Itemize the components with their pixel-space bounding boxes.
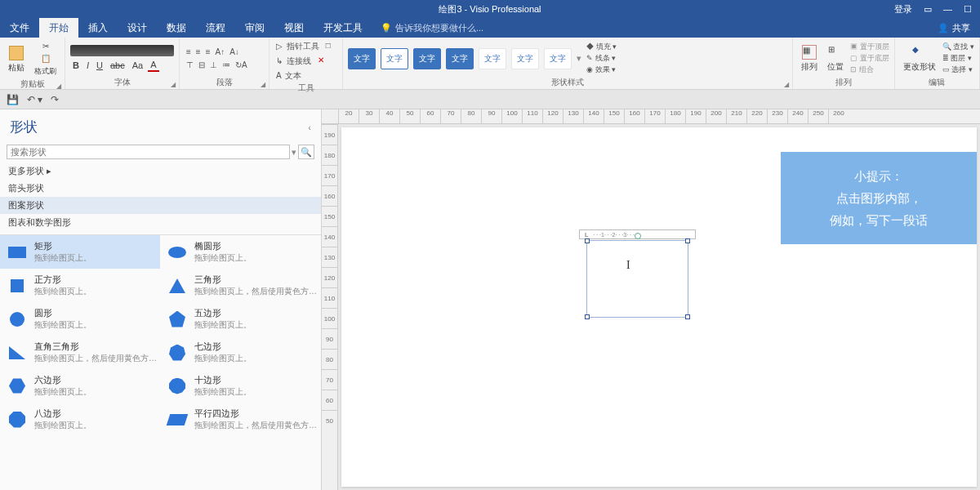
send-back-button[interactable]: ▢ 置于底层: [850, 53, 889, 64]
tab-review[interactable]: 审阅: [235, 18, 274, 38]
shape-item[interactable]: 十边形拖到绘图页上。: [160, 369, 320, 403]
dialog-launcher-icon[interactable]: ◢: [56, 82, 61, 90]
tab-home[interactable]: 开始: [39, 18, 78, 38]
style-preset-3[interactable]: 文字: [413, 48, 441, 69]
style-preset-5[interactable]: 文字: [479, 48, 506, 69]
shape-name: 七边形: [194, 341, 252, 353]
save-button[interactable]: 💾: [7, 94, 19, 105]
text-tool-button[interactable]: A 文本: [274, 69, 305, 82]
resize-handle-se[interactable]: [685, 314, 690, 319]
shape-item[interactable]: 矩形拖到绘图页上。: [0, 235, 160, 269]
effects-button[interactable]: ◉ 效果 ▾: [586, 65, 617, 75]
align-button[interactable]: ▦排列: [798, 43, 821, 74]
selected-shape-rectangle[interactable]: · · ·1· · ·2· · ·3· · · I: [586, 240, 688, 318]
category-arrow-shapes[interactable]: 箭头形状: [0, 180, 321, 197]
align-bottom-button[interactable]: ⊥: [208, 60, 219, 70]
rotate-text-button[interactable]: ↻A: [234, 60, 249, 70]
dialog-launcher-icon[interactable]: ◢: [784, 81, 789, 88]
align-top-button[interactable]: ⊤: [185, 60, 195, 70]
search-dropdown-icon[interactable]: ▾: [292, 147, 296, 158]
shape-name: 矩形: [34, 240, 91, 252]
rotation-handle[interactable]: [635, 233, 641, 239]
paste-icon: [9, 46, 24, 60]
collapse-pane-icon[interactable]: ‹: [308, 122, 311, 132]
tell-me-search[interactable]: 💡 告诉我你想要做什么...: [381, 18, 483, 38]
tab-design[interactable]: 设计: [118, 18, 157, 38]
bold-button[interactable]: B: [70, 60, 82, 71]
underline-button[interactable]: U: [94, 60, 105, 71]
restore-icon[interactable]: ☐: [964, 4, 972, 15]
format-painter-button[interactable]: 格式刷: [34, 66, 56, 77]
connector-tool-button[interactable]: ↳ 连接线: [274, 55, 314, 68]
shape-preview-icon: [7, 310, 28, 328]
shape-item[interactable]: 直角三角形拖到绘图页上，然后使用黄色方形...: [0, 336, 160, 369]
shape-preview-icon: [167, 277, 188, 295]
shape-item[interactable]: 平行四边形拖到绘图页上，然后使用黄色方形...: [160, 403, 320, 436]
category-more-shapes[interactable]: 更多形状 ▸: [0, 163, 321, 180]
shape-item[interactable]: 圆形拖到绘图页上。: [0, 302, 160, 336]
cut-button[interactable]: ✂: [42, 42, 49, 51]
minimize-icon[interactable]: —: [943, 4, 952, 14]
resize-handle-sw[interactable]: [585, 314, 590, 319]
find-button[interactable]: 🔍 查找 ▾: [942, 42, 974, 52]
font-size-button[interactable]: Aa: [130, 60, 145, 71]
style-gallery-more[interactable]: ▾: [577, 53, 581, 64]
font-color-button[interactable]: A: [148, 59, 158, 72]
tab-file[interactable]: 文件: [0, 18, 39, 38]
search-go-button[interactable]: 🔍: [298, 145, 314, 159]
increase-font-button[interactable]: A↑: [214, 47, 227, 57]
ribbon-display-icon[interactable]: ▭: [924, 4, 932, 15]
search-shapes-input[interactable]: [7, 145, 290, 159]
line-button[interactable]: ✎ 线条 ▾: [586, 53, 617, 64]
style-preset-7[interactable]: 文字: [544, 48, 572, 69]
style-preset-4[interactable]: 文字: [446, 48, 474, 69]
group-button[interactable]: ⊡ 组合: [850, 65, 889, 75]
dialog-launcher-icon[interactable]: ◢: [171, 81, 176, 88]
position-button[interactable]: ⊞位置: [824, 43, 847, 74]
shape-item[interactable]: 六边形拖到绘图页上。: [0, 369, 160, 403]
align-right-button[interactable]: ≡: [204, 47, 212, 57]
resize-handle-ne[interactable]: [685, 238, 690, 243]
bullets-button[interactable]: ≔: [220, 60, 232, 70]
tab-data[interactable]: 数据: [157, 18, 196, 38]
shape-item[interactable]: 三角形拖到绘图页上，然后使用黄色方形...: [160, 269, 320, 302]
style-preset-1[interactable]: 文字: [348, 48, 376, 69]
strike-button[interactable]: abc: [108, 60, 127, 71]
bring-front-button[interactable]: ▣ 置于顶层: [850, 42, 889, 52]
login-link[interactable]: 登录: [894, 3, 912, 16]
delete-button[interactable]: ✕: [316, 55, 326, 68]
style-preset-2[interactable]: 文字: [381, 48, 408, 69]
category-chart-shapes[interactable]: 图表和数学图形: [0, 214, 321, 231]
copy-button[interactable]: 📋: [41, 54, 51, 63]
tab-developer[interactable]: 开发工具: [314, 18, 372, 38]
resize-handle-nw[interactable]: [585, 238, 590, 243]
canvas-area: 2030405060708090100110120130140150160170…: [322, 109, 980, 490]
pointer-tool-button[interactable]: ▷ 指针工具: [274, 40, 323, 53]
drawing-page[interactable]: · · ·1· · ·2· · ·3· · · I 小提示： 点击图形内部， 例…: [341, 127, 977, 487]
select-button[interactable]: ▭ 选择 ▾: [942, 65, 974, 75]
italic-button[interactable]: I: [84, 60, 91, 71]
align-middle-button[interactable]: ⊟: [197, 60, 207, 70]
shape-item[interactable]: 椭圆形拖到绘图页上。: [160, 235, 320, 269]
shape-item[interactable]: 五边形拖到绘图页上。: [160, 302, 320, 336]
category-pattern-shapes[interactable]: 图案形状: [0, 197, 321, 214]
align-center-button[interactable]: ≡: [194, 47, 203, 57]
shape-item[interactable]: 八边形拖到绘图页上。: [0, 403, 160, 436]
redo-button[interactable]: ↷: [51, 94, 59, 105]
tab-insert[interactable]: 插入: [78, 18, 118, 38]
align-left-button[interactable]: ≡: [185, 47, 193, 57]
style-preset-6[interactable]: 文字: [511, 48, 539, 69]
share-button[interactable]: 👤 共享: [928, 18, 980, 38]
shape-item[interactable]: 七边形拖到绘图页上。: [160, 336, 320, 369]
shape-item[interactable]: 正方形拖到绘图页上。: [0, 269, 160, 302]
undo-button[interactable]: ↶ ▾: [27, 94, 42, 105]
tab-process[interactable]: 流程: [196, 18, 235, 38]
change-shape-button[interactable]: ◆更改形状: [900, 43, 939, 74]
tab-view[interactable]: 视图: [274, 18, 314, 38]
paste-button[interactable]: 粘贴: [5, 40, 28, 78]
decrease-font-button[interactable]: A↓: [228, 47, 241, 57]
rectangle-tool-button[interactable]: □: [324, 40, 332, 53]
layer-button[interactable]: ≣ 图层 ▾: [942, 53, 974, 64]
fill-button[interactable]: ◆ 填充 ▾: [586, 42, 617, 52]
dialog-launcher-icon[interactable]: ◢: [261, 81, 265, 88]
